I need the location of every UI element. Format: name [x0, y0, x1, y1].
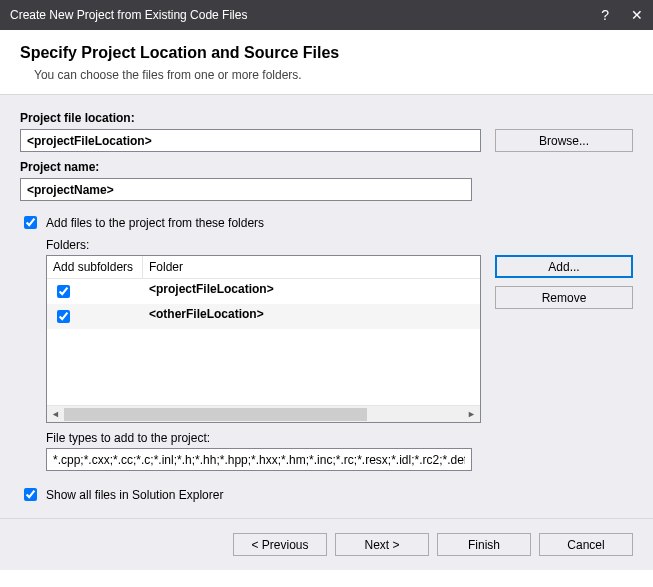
titlebar: Create New Project from Existing Code Fi… — [0, 0, 653, 30]
finish-button[interactable]: Finish — [437, 533, 531, 556]
show-all-files-label: Show all files in Solution Explorer — [46, 488, 223, 502]
folders-table: Add subfolders Folder <projectFileLocati… — [46, 255, 481, 423]
add-button[interactable]: Add... — [495, 255, 633, 278]
col-folder[interactable]: Folder — [143, 256, 480, 278]
row-folder-cell: <otherFileLocation> — [143, 304, 480, 329]
table-row[interactable]: <otherFileLocation> — [47, 304, 480, 329]
add-files-checkbox[interactable] — [24, 216, 37, 229]
folders-table-header: Add subfolders Folder — [47, 256, 480, 279]
content-area: Project file location: Browse... Project… — [0, 95, 653, 518]
project-name-input[interactable] — [20, 178, 472, 201]
folders-label: Folders: — [46, 238, 633, 252]
scroll-left-icon[interactable]: ◄ — [47, 406, 64, 423]
scroll-thumb[interactable] — [64, 408, 367, 421]
browse-button[interactable]: Browse... — [495, 129, 633, 152]
horizontal-scrollbar[interactable]: ◄ ► — [47, 405, 480, 422]
next-button[interactable]: Next > — [335, 533, 429, 556]
close-icon[interactable]: ✕ — [631, 7, 643, 23]
scroll-right-icon[interactable]: ► — [463, 406, 480, 423]
window-title: Create New Project from Existing Code Fi… — [10, 8, 247, 22]
help-icon[interactable]: ? — [601, 7, 609, 23]
show-all-files-checkbox[interactable] — [24, 488, 37, 501]
wizard-footer: < Previous Next > Finish Cancel — [0, 518, 653, 570]
wizard-header: Specify Project Location and Source File… — [0, 30, 653, 95]
cancel-button[interactable]: Cancel — [539, 533, 633, 556]
file-types-label: File types to add to the project: — [46, 431, 633, 445]
page-title: Specify Project Location and Source File… — [20, 44, 633, 62]
add-files-checkbox-label: Add files to the project from these fold… — [46, 216, 264, 230]
page-subtitle: You can choose the files from one or mor… — [34, 68, 633, 82]
remove-button[interactable]: Remove — [495, 286, 633, 309]
project-file-location-input[interactable] — [20, 129, 481, 152]
row-subfolders-checkbox[interactable] — [57, 285, 70, 298]
file-types-input[interactable] — [46, 448, 472, 471]
project-file-location-label: Project file location: — [20, 111, 481, 125]
previous-button[interactable]: < Previous — [233, 533, 327, 556]
col-add-subfolders[interactable]: Add subfolders — [47, 256, 143, 278]
row-subfolders-checkbox[interactable] — [57, 310, 70, 323]
row-folder-cell: <projectFileLocation> — [143, 279, 480, 304]
project-name-label: Project name: — [20, 160, 472, 174]
table-row[interactable]: <projectFileLocation> — [47, 279, 480, 304]
